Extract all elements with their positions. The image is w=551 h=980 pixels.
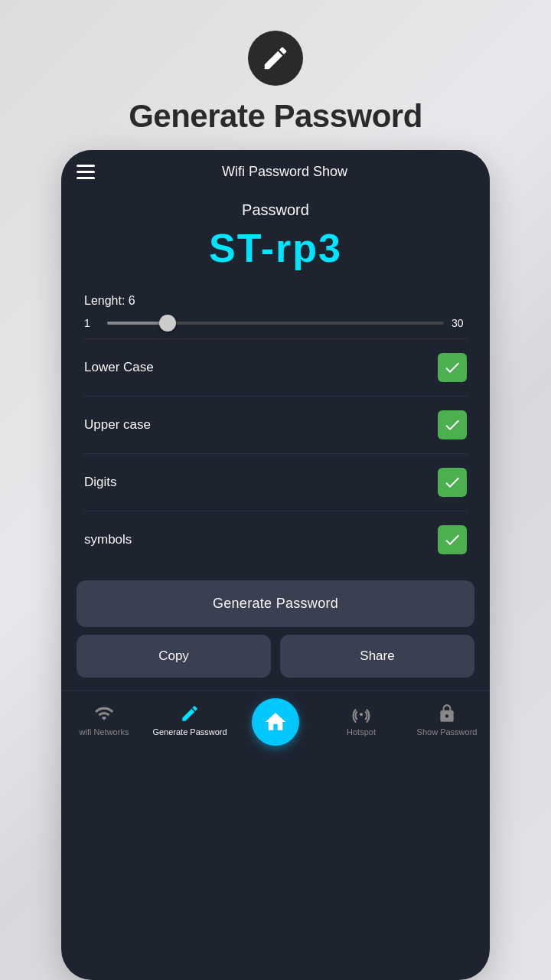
app-header-title: Wifi Password Show: [95, 164, 474, 180]
nav-item-show-password[interactable]: Show Password: [404, 703, 490, 737]
page-title: Generate Password: [129, 98, 422, 135]
hotspot-icon: [350, 703, 372, 724]
nav-item-generate[interactable]: Generate Password: [147, 703, 233, 737]
generate-btn-container: Generate Password: [61, 568, 490, 635]
password-label: Password: [84, 201, 467, 219]
app-header: Wifi Password Show: [61, 150, 490, 194]
option-row-symbols: symbols: [84, 511, 467, 568]
slider-thumb: [159, 315, 176, 332]
slider-track: [107, 322, 444, 325]
nav-label-hotspot: Hotspot: [347, 727, 376, 737]
copy-share-row: Copy Share: [61, 635, 490, 690]
lock-icon: [436, 703, 458, 724]
copy-button[interactable]: Copy: [77, 635, 271, 678]
nav-label-show-password: Show Password: [417, 727, 478, 737]
option-row-digits: Digits: [84, 454, 467, 511]
password-value: ST-rp3: [84, 225, 467, 271]
nav-item-hotspot[interactable]: Hotspot: [318, 703, 404, 737]
length-section: Lenght: 6 1 30: [61, 286, 490, 338]
slider-container: [107, 315, 444, 331]
length-label: Lenght: 6: [84, 294, 467, 308]
header-pencil-icon: [248, 31, 303, 86]
top-header: Generate Password: [129, 0, 422, 150]
app-content: Wifi Password Show Password ST-rp3 Lengh…: [61, 150, 490, 980]
option-label-uppercase: Upper case: [84, 417, 151, 433]
option-row-lowercase: Lower Case: [84, 339, 467, 397]
bottom-nav: wifi Networks Generate Password: [61, 690, 490, 752]
slider-max-label: 30: [452, 317, 467, 329]
share-button[interactable]: Share: [280, 635, 474, 678]
generate-pencil-icon: [179, 703, 201, 724]
phone-frame: Wifi Password Show Password ST-rp3 Lengh…: [61, 150, 490, 980]
checkbox-lowercase[interactable]: [438, 353, 467, 382]
checkbox-symbols[interactable]: [438, 525, 467, 554]
option-label-symbols: symbols: [84, 532, 132, 547]
options-section: Lower Case Upper case: [61, 339, 490, 568]
home-icon: [252, 698, 299, 746]
page-wrapper: Generate Password Wifi Password Show Pas…: [0, 0, 551, 980]
nav-label-wifi: wifi Networks: [80, 727, 129, 737]
nav-item-wifi[interactable]: wifi Networks: [61, 703, 147, 737]
checkbox-uppercase[interactable]: [438, 410, 467, 439]
slider-row: 1 30: [84, 315, 467, 331]
checkbox-digits[interactable]: [438, 468, 467, 497]
password-section: Password ST-rp3: [61, 194, 490, 286]
wifi-icon: [93, 703, 115, 724]
hamburger-menu-button[interactable]: [77, 165, 95, 179]
nav-label-generate: Generate Password: [152, 727, 227, 737]
slider-min-label: 1: [84, 317, 99, 329]
nav-item-home[interactable]: [233, 698, 318, 741]
option-row-uppercase: Upper case: [84, 397, 467, 454]
option-label-lowercase: Lower Case: [84, 360, 154, 375]
option-label-digits: Digits: [84, 475, 117, 490]
generate-password-button[interactable]: Generate Password: [77, 580, 474, 627]
